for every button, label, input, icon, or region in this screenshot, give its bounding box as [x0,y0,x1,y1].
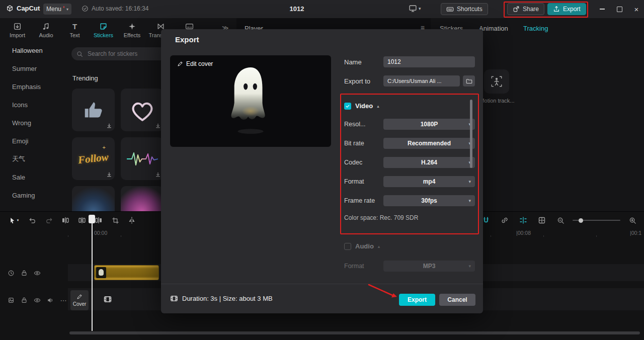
video-clip-icon[interactable] [103,295,112,303]
sticker-clip[interactable] [94,265,159,280]
redo-button[interactable] [42,214,55,227]
cancel-button[interactable]: Cancel [439,294,475,306]
menu-notification-dot [63,6,64,8]
category-weather[interactable]: 天气 [0,150,66,168]
lock-icon[interactable] [20,269,28,277]
link-button[interactable] [498,214,511,227]
dialog-scrollbar[interactable] [470,100,472,168]
motion-track-button[interactable] [484,69,509,94]
menu-button[interactable]: Menu ▾ [43,4,71,15]
maximize-button[interactable] [612,0,627,18]
framerate-label: Frame rate [344,197,375,204]
zoom-slider[interactable] [573,217,620,224]
tab-label: Import [10,32,25,38]
export-icon [553,6,560,13]
download-icon[interactable] [155,172,161,178]
playhead-line [92,222,93,331]
category-sale[interactable]: Sale [0,168,66,186]
category-icons[interactable]: Icons [0,96,66,114]
browse-folder-button[interactable] [463,75,475,87]
tab-stickers[interactable]: Stickers [89,19,118,38]
category-wrong[interactable]: Wrong [0,114,66,132]
minimize-button[interactable] [595,0,610,18]
zoom-in-button[interactable] [626,214,639,227]
playhead-handle[interactable] [89,215,95,223]
crop-button[interactable] [109,214,122,227]
audio-checkbox[interactable] [344,243,351,250]
eye-icon[interactable] [33,269,41,277]
zoom-out-button[interactable] [554,214,567,227]
audio-section-label: Audio [355,242,374,250]
cover-button[interactable]: Cover [70,290,89,310]
tab-effects[interactable]: Effects [118,19,146,38]
speaker-icon[interactable] [46,296,54,304]
category-gaming[interactable]: Gaming [0,186,66,204]
resolution-label: Resol... [344,121,365,128]
export-path-field[interactable]: C:/Users/Usman Ali ... [383,75,460,87]
tab-label: Stickers [94,32,113,38]
download-icon[interactable] [106,172,112,178]
chevron-up-icon[interactable]: ▴ [377,104,379,109]
delete-left-button[interactable] [59,214,72,227]
share-button[interactable]: Share [507,3,544,15]
zoom-slider-handle[interactable] [579,218,583,223]
sticker-tile-blue[interactable] [72,186,115,211]
sticker-tile-heart[interactable] [121,89,164,131]
shortcuts-button[interactable]: Shortcuts [441,3,488,15]
category-collage[interactable]: Collage [0,204,66,211]
tab-import[interactable]: Import [3,19,32,38]
more-icon[interactable]: ⋯ [59,296,67,304]
download-icon[interactable] [155,123,161,129]
sticker-tile-follow[interactable]: Follow + [72,137,115,180]
sticker-tile-pink-heart[interactable] [121,186,164,211]
category-emoji[interactable]: Emoji [0,132,66,150]
format-dropdown[interactable]: mp4 ▾ [383,176,475,187]
eye-icon[interactable] [33,296,41,304]
tab-text[interactable]: T Text [60,19,89,38]
sticker-tile-thumbs-up[interactable] [72,89,115,131]
category-emphasis[interactable]: Emphasis [0,77,66,96]
export-dialog: Export Edit cover [161,29,483,313]
edit-cover-button[interactable]: Edit cover [177,60,213,67]
split-button[interactable] [75,214,89,227]
tab-tracking[interactable]: Tracking [523,25,548,32]
codec-value: H.264 [421,159,437,166]
tab-animation[interactable]: Animation [479,25,508,32]
select-tool-button[interactable]: ▾ [5,214,22,227]
close-button[interactable]: × [629,0,644,18]
adjust-icon[interactable] [7,296,15,304]
codec-dropdown[interactable]: H.264 ▾ [383,157,475,168]
capcut-logo-text: CapCut [17,5,40,12]
export-button-topbar[interactable]: Export [547,3,586,15]
zoom-in-icon [629,217,636,224]
category-halloween[interactable]: Halloween [0,41,66,59]
display-mode-button[interactable]: ▾ [409,4,421,13]
name-input[interactable] [383,56,475,67]
tab-audio[interactable]: Audio [32,19,60,38]
download-icon[interactable] [106,123,112,129]
resolution-dropdown[interactable]: 1080P ▾ [383,119,475,130]
audio-format-dropdown[interactable]: MP3 ▾ [383,261,475,272]
video-checkbox[interactable] [344,103,351,110]
clock-icon[interactable] [7,269,15,277]
lock-icon[interactable] [20,296,28,304]
framerate-dropdown[interactable]: 30fps ▾ [383,195,475,206]
chevron-up-icon[interactable]: ▴ [378,244,380,249]
pencil-icon [177,61,183,67]
redo-icon [45,217,53,224]
sticker-tile-waveform[interactable] [121,137,164,180]
color-space-text: Color space: Rec. 709 SDR [344,214,418,221]
tab-label: Audio [39,32,53,38]
video-section-label: Video [355,102,373,110]
timeline-scrollbar[interactable] [69,331,640,334]
export-to-label: Export to [344,77,370,85]
export-confirm-button[interactable]: Export [399,294,435,306]
mirror-button[interactable] [125,214,138,227]
preview-axis-button[interactable] [535,214,548,227]
bitrate-dropdown[interactable]: Recommended ▾ [383,138,475,149]
undo-button[interactable] [26,214,39,227]
snapping-button[interactable] [517,214,530,227]
category-summer[interactable]: Summer [0,59,66,77]
chevron-down-icon: ▾ [468,179,471,184]
audio-format-label: Format [344,263,364,270]
